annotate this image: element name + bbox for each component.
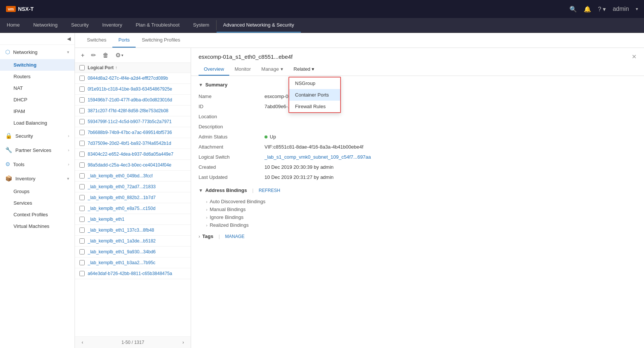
list-item[interactable]: _lab_kemplb_eth0_049bd...3fccf	[75, 171, 191, 181]
search-icon[interactable]: 🔍	[569, 6, 577, 13]
tab-switching-profiles[interactable]: Switching Profiles	[136, 33, 186, 48]
list-item[interactable]: 5934799f-11c2-4c5d-b907-773b5c2a7971	[75, 116, 191, 127]
list-item[interactable]: _lab_kemplb_eth0_72ad7...21833	[75, 181, 191, 192]
edit-button[interactable]: ✏	[90, 51, 97, 59]
nav-home[interactable]: Home	[0, 18, 27, 33]
detail-close-button[interactable]: ✕	[632, 53, 637, 60]
detail-tab-monitor[interactable]: Monitor	[229, 63, 256, 76]
sidebar-item-services[interactable]: Services	[0, 197, 75, 209]
item-checkbox[interactable]	[79, 184, 85, 189]
item-checkbox[interactable]	[79, 195, 85, 200]
binding-ignore[interactable]: › Ignore Bindings	[206, 213, 637, 221]
sidebar-section-security-header[interactable]: 🔒 Security ›	[0, 129, 75, 143]
user-menu[interactable]: admin	[613, 6, 629, 12]
list-item[interactable]: 0f1e911b-c318-41be-9a93-63454867925e	[75, 84, 191, 95]
nav-system[interactable]: System	[186, 18, 216, 33]
sidebar-section-partner-header[interactable]: 🔧 Partner Services ›	[0, 143, 75, 157]
list-item[interactable]: 7d37509e-20d2-4bf1-ba92-37f4a6542b1d	[75, 138, 191, 149]
item-checkbox[interactable]	[79, 86, 85, 92]
item-checkbox[interactable]	[79, 260, 85, 265]
tab-ports[interactable]: Ports	[112, 33, 136, 48]
sidebar-item-nat[interactable]: NAT	[0, 82, 75, 94]
sidebar-item-load-balancing[interactable]: Load Balancing	[0, 117, 75, 129]
item-checkbox[interactable]	[79, 228, 85, 233]
item-checkbox[interactable]	[79, 141, 85, 146]
settings-button[interactable]: ⚙▾	[114, 51, 125, 59]
item-checkbox[interactable]	[79, 130, 85, 135]
next-page-button[interactable]: ›	[180, 339, 186, 346]
list-item[interactable]: a64e3daf-b726-42bb-8811-c65b3848475a	[75, 268, 191, 279]
nav-security[interactable]: Security	[64, 18, 96, 33]
item-checkbox[interactable]	[79, 217, 85, 222]
list-item[interactable]: 0844d8a2-627c-4f4e-a2d4-efff27cd089b	[75, 73, 191, 84]
bell-icon[interactable]: 🔔	[584, 6, 591, 13]
detail-header: esxcomp-01a_s1_eth0_c8551...ebe4f ✕	[191, 48, 644, 60]
list-item[interactable]: _lab_kemplb_eth1	[75, 214, 191, 225]
list-item[interactable]: 98a5dadd-c25a-4ec3-b0ec-ce404104f04e	[75, 160, 191, 171]
sidebar-item-virtual-machines[interactable]: Virtual Machines	[0, 220, 75, 232]
address-bindings-toggle[interactable]: ▼ Address Bindings | REFRESH	[199, 187, 637, 193]
tools-label: Tools	[13, 162, 65, 167]
list-item[interactable]: _lab_kemplb_eth0_882b2...1b7d7	[75, 192, 191, 203]
refresh-button[interactable]: REFRESH	[259, 188, 280, 193]
item-checkbox[interactable]	[79, 76, 85, 81]
prev-page-button[interactable]: ‹	[79, 339, 85, 346]
sidebar-section-tools-header[interactable]: ⚙ Tools ›	[0, 157, 75, 171]
nav-advanced[interactable]: Advanced Networking & Security	[217, 18, 301, 33]
related-container-ports-item[interactable]: Container Ports	[289, 89, 340, 101]
tags-toggle[interactable]: › Tags | MANAGE	[199, 233, 637, 239]
summary-collapse-icon: ▼	[199, 82, 203, 88]
list-item[interactable]: _lab_kemplb_eth1_137c3...8fb48	[75, 225, 191, 236]
binding-manual[interactable]: › Manual Bindings	[206, 205, 637, 213]
manage-tags-button[interactable]: MANAGE	[225, 234, 245, 239]
item-checkbox[interactable]	[79, 271, 85, 276]
select-all-checkbox[interactable]	[79, 65, 85, 70]
help-icon[interactable]: ? ▾	[598, 6, 606, 13]
item-checkbox[interactable]	[79, 97, 85, 103]
item-checkbox[interactable]	[79, 238, 85, 244]
detail-tab-manage[interactable]: Manage ▾	[256, 63, 288, 76]
item-checkbox[interactable]	[79, 206, 85, 211]
item-checkbox[interactable]	[79, 108, 85, 113]
list-item[interactable]: 7b6688b9-74b9-47bc-a7ac-699514bf5736	[75, 127, 191, 138]
detail-tab-related[interactable]: Related ▾ NSGroup Container Ports Firewa…	[288, 63, 320, 76]
sidebar-section-networking-header[interactable]: ⬡ Networking ▾	[0, 45, 75, 59]
list-item[interactable]: 159496b7-21d0-477f-a9ba-d0c0d823016d	[75, 95, 191, 106]
binding-auto-discovered[interactable]: › Auto Discovered Bindings	[206, 198, 637, 205]
detail-tab-overview[interactable]: Overview	[199, 63, 229, 76]
item-text: _lab_kemplb_eth0_e8a75...c150d	[88, 206, 155, 211]
list-item[interactable]: 83404c22-e652-4dea-b937-8d6a05a449e7	[75, 149, 191, 160]
item-checkbox[interactable]	[79, 152, 85, 157]
list-item[interactable]: _lab_kemplb_eth1_b3aa2...7b95c	[75, 257, 191, 268]
sidebar-collapse-btn[interactable]: ◀	[0, 33, 75, 45]
sidebar-item-switching[interactable]: Switching	[0, 59, 75, 71]
delete-button[interactable]: 🗑	[101, 51, 110, 59]
item-checkbox[interactable]	[79, 119, 85, 124]
binding-realized[interactable]: › Realized Bindings	[206, 221, 637, 229]
related-nsgroup-item[interactable]: NSGroup	[289, 77, 340, 89]
list-item[interactable]: 3871c207-f7fd-428f-8d58-2f8e753d2b08	[75, 106, 191, 116]
item-checkbox[interactable]	[79, 162, 85, 168]
sidebar-item-routers[interactable]: Routers	[0, 71, 75, 82]
sidebar-item-context-profiles[interactable]: Context Profiles	[0, 209, 75, 220]
sidebar-item-ipam[interactable]: IPAM	[0, 106, 75, 117]
sidebar-section-inventory-header[interactable]: 📦 Inventory ▾	[0, 171, 75, 186]
related-firewall-rules-item[interactable]: Firewall Rules	[289, 101, 340, 112]
tab-switches[interactable]: Switches	[81, 33, 112, 48]
nav-plan-troubleshoot[interactable]: Plan & Troubleshoot	[129, 18, 186, 33]
user-dropdown-icon[interactable]: ▾	[636, 6, 638, 12]
prop-logical-switch-value[interactable]: _lab_s1_comp_vmk0_subnet_109_c54f7...697…	[264, 153, 637, 161]
sidebar-item-dhcp[interactable]: DHCP	[0, 94, 75, 106]
item-checkbox[interactable]	[79, 249, 85, 254]
summary-section-toggle[interactable]: ▼ Summary	[199, 82, 637, 88]
list-item[interactable]: _lab_kemplb_eth0_e8a75...c150d	[75, 203, 191, 214]
nav-networking[interactable]: Networking	[27, 18, 64, 33]
nav-inventory[interactable]: Inventory	[96, 18, 129, 33]
item-checkbox[interactable]	[79, 173, 85, 178]
list-item[interactable]: _lab_kemplb_eth1_1a3de...b5182	[75, 236, 191, 247]
header-left: vm NSX-T	[6, 6, 34, 12]
list-item[interactable]: _lab_kemplb_eth1_9a930...34bd6	[75, 247, 191, 257]
sidebar-item-groups[interactable]: Groups	[0, 186, 75, 197]
sort-icon[interactable]: ↑	[115, 65, 117, 70]
add-button[interactable]: +	[79, 51, 86, 59]
